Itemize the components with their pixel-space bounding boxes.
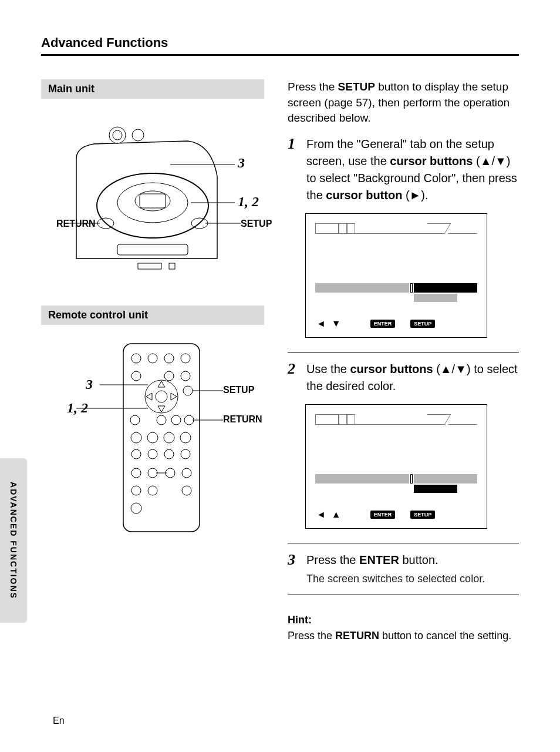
hint-title: Hint: (288, 613, 519, 627)
remote-callout-return: RETURN (223, 414, 262, 425)
svg-point-20 (181, 354, 190, 363)
svg-point-28 (157, 415, 166, 425)
step-3-body: Press the ENTER button. The screen switc… (306, 552, 519, 586)
svg-point-21 (131, 371, 141, 381)
svg-point-43 (182, 468, 191, 478)
arrow-down-icon: ▼ (332, 318, 341, 329)
divider-2 (288, 543, 519, 543)
side-tab-text: ADVANCED FUNCTIONS (9, 482, 18, 599)
hint-body: Press the RETURN button to cancel the se… (288, 629, 519, 643)
svg-point-40 (148, 468, 157, 478)
remote-callout-setup: SETUP (223, 385, 254, 395)
arrow-up-icon: ▲ (332, 509, 341, 520)
left-column: Main unit (41, 79, 264, 643)
step-1: 1 From the "General" tab on the setup sc… (288, 136, 519, 204)
step-3-subtext: The screen switches to selected color. (306, 571, 519, 586)
callout-3: 3 (238, 155, 245, 171)
step-3-number: 3 (288, 552, 301, 586)
remote-callout-3: 3 (86, 377, 93, 392)
svg-point-38 (181, 449, 190, 459)
step-2: 2 Use the cursor buttons (▲/▼) to select… (288, 361, 519, 395)
svg-point-22 (164, 371, 174, 381)
main-unit-label: Main unit (41, 79, 264, 99)
svg-point-35 (131, 449, 141, 459)
divider-3 (288, 595, 519, 595)
step-3: 3 Press the ENTER button. The screen swi… (288, 552, 519, 586)
svg-point-47 (131, 503, 141, 513)
svg-point-2 (132, 129, 144, 141)
svg-rect-11 (169, 263, 175, 269)
svg-point-23 (181, 371, 190, 381)
svg-rect-10 (138, 263, 161, 269)
callout-setup: SETUP (241, 219, 272, 229)
svg-rect-9 (117, 244, 188, 255)
divider-1 (288, 352, 519, 352)
step-1-number: 1 (288, 136, 301, 204)
svg-point-0 (109, 127, 126, 143)
hint-block: Hint: Press the RETURN button to cancel … (288, 613, 519, 643)
svg-point-46 (182, 486, 191, 495)
page-language: En (53, 716, 65, 726)
callout-1-2: 1, 2 (238, 194, 259, 210)
remote-diagram: 3 1, 2 SETUP RETURN (41, 332, 264, 543)
svg-point-4 (117, 183, 188, 223)
svg-point-18 (148, 354, 157, 363)
svg-point-25 (156, 391, 167, 402)
svg-point-29 (171, 415, 181, 425)
svg-point-34 (180, 432, 191, 443)
svg-point-19 (164, 354, 174, 363)
svg-point-30 (184, 415, 194, 425)
svg-rect-6 (140, 194, 166, 208)
side-tab: ADVANCED FUNCTIONS (0, 458, 27, 623)
intro-pre: Press the (288, 80, 338, 93)
svg-point-24 (145, 380, 178, 413)
arrow-left-icon: ◄ (316, 318, 326, 329)
svg-point-45 (148, 486, 157, 495)
svg-point-44 (131, 486, 141, 495)
svg-point-26 (183, 386, 193, 395)
svg-point-32 (147, 432, 158, 443)
intro-setup-word: SETUP (338, 80, 375, 93)
enter-button-label: ENTER (370, 320, 396, 328)
step-1-body: From the "General" tab on the setup scre… (306, 136, 519, 204)
intro-paragraph: Press the SETUP button to display the se… (288, 79, 519, 126)
main-unit-diagram: 3 1, 2 RETURN SETUP (41, 106, 264, 282)
callout-return: RETURN (56, 219, 96, 229)
svg-point-42 (166, 468, 175, 478)
svg-point-27 (130, 415, 140, 425)
arrow-left-icon-2: ◄ (316, 509, 326, 520)
svg-point-1 (113, 130, 122, 140)
remote-callout-1-2: 1, 2 (67, 400, 88, 416)
setup-button-label-2: SETUP (410, 511, 435, 519)
screen-1: ◄ ▼ ENTER SETUP (305, 213, 487, 338)
svg-point-31 (131, 432, 141, 443)
setup-button-label: SETUP (410, 320, 435, 328)
enter-button-label-2: ENTER (370, 511, 396, 519)
svg-point-33 (164, 432, 174, 443)
svg-point-39 (131, 468, 141, 478)
svg-point-17 (131, 354, 141, 363)
remote-unit-label: Remote control unit (41, 306, 264, 325)
svg-point-36 (148, 449, 157, 459)
screen-2: ◄ ▲ ENTER SETUP (305, 404, 487, 529)
step-2-number: 2 (288, 361, 301, 395)
svg-point-37 (164, 449, 174, 459)
step-2-body: Use the cursor buttons (▲/▼) to select t… (306, 361, 519, 395)
section-title: Advanced Functions (41, 35, 519, 56)
right-column: Press the SETUP button to display the se… (288, 79, 519, 643)
